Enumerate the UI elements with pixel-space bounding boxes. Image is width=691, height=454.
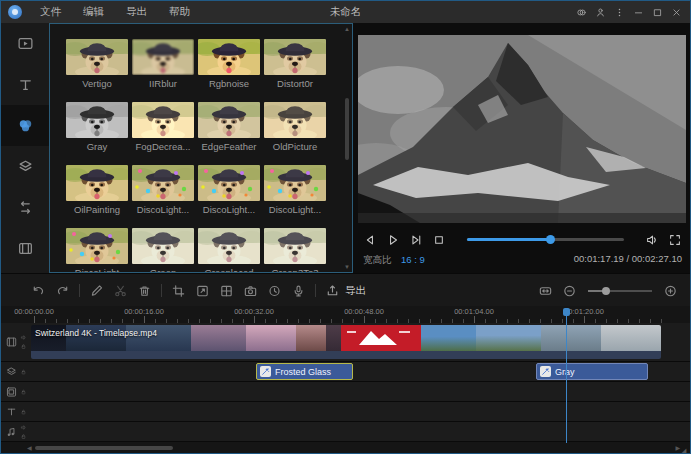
filter-item[interactable]: Greenlaced: [198, 228, 260, 273]
crop-icon[interactable]: [171, 283, 186, 298]
next-frame-button[interactable]: [409, 232, 423, 246]
preview-panel: 宽高比 16 : 9 00:01:17.19 / 00:02:27.10: [353, 23, 691, 273]
sidebar: [1, 23, 49, 273]
scroll-down-icon[interactable]: ▼: [343, 264, 351, 270]
toolbar-separator: [315, 284, 316, 297]
filter-name: Gray: [66, 141, 128, 152]
speaker-sm-icon[interactable]: [20, 424, 27, 431]
scroll-right-icon[interactable]: ▶: [675, 444, 680, 451]
filter-item[interactable]: OldPicture: [264, 102, 326, 165]
filter-item[interactable]: OilPainting: [66, 165, 128, 228]
filter-clip[interactable]: Frosted Glass: [256, 363, 353, 380]
toolbar-separator: [161, 284, 162, 297]
volume-icon[interactable]: [645, 232, 659, 246]
filter-item[interactable]: Distort0r: [264, 39, 326, 102]
playback-controls: [363, 230, 682, 248]
undo-icon[interactable]: [31, 283, 46, 298]
filter-item[interactable]: IIRblur: [132, 39, 194, 102]
lock-icon[interactable]: [20, 368, 27, 375]
filter-item[interactable]: DiscoLight...: [198, 165, 260, 228]
filters-icon: [17, 117, 34, 134]
filter-item[interactable]: Rgbnoise: [198, 39, 260, 102]
play-icon: [386, 232, 400, 248]
maximize-icon[interactable]: [648, 4, 667, 20]
zoom-in-icon[interactable]: [663, 283, 678, 298]
scroll-left-icon[interactable]: ◀: [27, 444, 32, 451]
stop-button[interactable]: [432, 232, 446, 246]
sidebar-item-overlays[interactable]: [1, 146, 49, 187]
overlay-track: [1, 382, 690, 402]
filter-item[interactable]: DiscoLight: [66, 228, 128, 273]
timeline-zoom-slider[interactable]: [588, 290, 652, 292]
menu-item[interactable]: 导出: [126, 5, 147, 19]
lock-icon[interactable]: [20, 433, 27, 440]
pencil-icon[interactable]: [89, 283, 104, 298]
track-header-music-track: [1, 422, 29, 441]
duration-icon[interactable]: [267, 283, 282, 298]
fullscreen-icon[interactable]: [668, 232, 682, 246]
close-icon[interactable]: [667, 4, 686, 20]
speaker-sm-icon[interactable]: [20, 334, 27, 341]
seek-fill: [467, 238, 550, 241]
scroll-up-icon[interactable]: ▲: [343, 26, 351, 32]
scrollbar-thumb[interactable]: [345, 98, 349, 160]
filter-item[interactable]: Gray: [66, 102, 128, 165]
sidebar-item-transitions[interactable]: [1, 187, 49, 228]
user-icon[interactable]: [591, 4, 610, 20]
ruler-tick: [584, 316, 585, 323]
sync-icon[interactable]: [572, 4, 591, 20]
video-clip-name: Switzerland 4K - Timelapse.mp4: [35, 328, 157, 338]
time-ruler[interactable]: 00:00:00.0000:00:16.0000:00:32.0000:00:4…: [1, 306, 690, 323]
ruler-tick: [364, 316, 365, 323]
video-track: Switzerland 4K - Timelapse.mp4: [1, 323, 690, 362]
lock-icon[interactable]: [20, 388, 27, 395]
hscrollbar-thumb[interactable]: [35, 446, 173, 450]
filter-item[interactable]: FogDecrea...: [132, 102, 194, 165]
menu-item[interactable]: 编辑: [83, 5, 104, 19]
snapshot-icon[interactable]: [243, 283, 258, 298]
lock-icon[interactable]: [20, 408, 27, 415]
scissors-icon[interactable]: [113, 283, 128, 298]
toolbar-right-group: [538, 274, 678, 307]
mosaic-icon[interactable]: [219, 283, 234, 298]
menu-item[interactable]: 帮助: [169, 5, 190, 19]
text-track-icon: [5, 405, 18, 418]
trash-icon[interactable]: [137, 283, 152, 298]
sidebar-item-text[interactable]: [1, 64, 49, 105]
zoom-slider-handle[interactable]: [602, 287, 610, 295]
playhead-handle[interactable]: [563, 308, 570, 316]
export-button[interactable]: 导出: [325, 283, 366, 298]
seek-bar[interactable]: [467, 238, 624, 241]
filter-name: DiscoLight...: [264, 204, 326, 215]
vertical-scrollbar[interactable]: ▲ ▼: [343, 26, 351, 270]
sidebar-item-media[interactable]: [1, 23, 49, 64]
filter-item[interactable]: Green: [132, 228, 194, 273]
redo-icon[interactable]: [55, 283, 70, 298]
minimize-icon[interactable]: [629, 4, 648, 20]
sidebar-item-elements[interactable]: [1, 228, 49, 269]
play-button[interactable]: [386, 232, 400, 246]
filter-item[interactable]: Green3To3: [264, 228, 326, 273]
mic-icon[interactable]: [291, 283, 306, 298]
aspect-ratio-value[interactable]: 16 : 9: [401, 254, 425, 265]
zoom-frame-icon: [195, 283, 210, 299]
filter-item[interactable]: DiscoLight...: [264, 165, 326, 228]
zoom-frame-icon[interactable]: [195, 283, 210, 298]
resize-grip[interactable]: ◢: [681, 447, 688, 454]
prev-frame-button[interactable]: [363, 232, 377, 246]
fit-timeline-icon[interactable]: [538, 283, 553, 298]
sidebar-item-filters[interactable]: [1, 105, 49, 146]
more-icon[interactable]: [610, 4, 629, 20]
filter-item[interactable]: DiscoLight...: [132, 165, 194, 228]
menu-item[interactable]: 文件: [40, 5, 61, 19]
filter-item[interactable]: Vertigo: [66, 39, 128, 102]
seek-handle[interactable]: [546, 235, 555, 244]
lock-icon[interactable]: [20, 343, 27, 350]
filter-clip[interactable]: Gray: [536, 363, 648, 380]
filter-thumbnail: [264, 102, 326, 138]
ruler-time-label: 00:00:32.00: [228, 307, 280, 316]
playhead-line[interactable]: [566, 315, 567, 443]
horizontal-scrollbar[interactable]: ◀ ▶: [1, 443, 690, 453]
filter-item[interactable]: EdgeFeather: [198, 102, 260, 165]
zoom-out-icon[interactable]: [562, 283, 577, 298]
